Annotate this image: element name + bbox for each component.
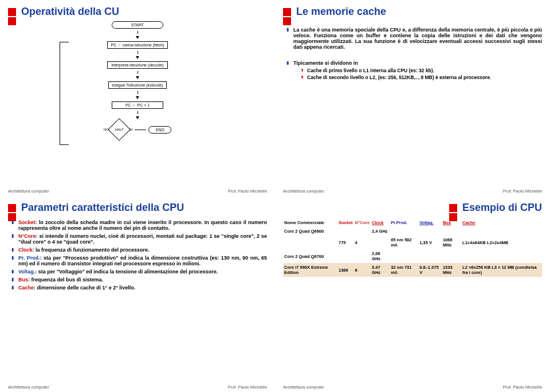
flow-inc: PC ← PC + 1 [112, 101, 163, 109]
th-name: Nome Commerciale [283, 218, 337, 227]
param-prprod: Pr. Prod.: sta per "Processo produttivo"… [11, 255, 267, 266]
flow-execute: esegue l'istruzione (execute) [108, 81, 167, 89]
cpu-table: Nome Commerciale Socket N°Core Clock Pr.… [283, 218, 542, 277]
param-volt: Voltag.: sta per "Voltaggio" ed indica l… [11, 269, 267, 275]
param-cache: Cache: dimensione delle cache di 1° e 2°… [11, 285, 267, 291]
th-bus: Bus [442, 218, 461, 227]
slide-operativita-cu: Operatività della CU START PC ← carica i… [0, 0, 275, 196]
th-cache: Cache [461, 218, 542, 227]
cache-n1: Cache di primo livello o L1 interna alla… [301, 68, 542, 73]
slide-memorie-cache: Le memorie cache La cache è una memoria … [275, 0, 550, 196]
cache-nested: Cache di primo livello o L1 interna alla… [293, 68, 542, 80]
title-bar: Operatività della CU [8, 6, 267, 18]
table-row: Core 2 Quad Q6700 2,66 GHz [283, 249, 542, 263]
th-socket: Socket [337, 218, 354, 227]
footer-right: Prof. Paolo Michelini [228, 385, 267, 390]
slide-parametri-cpu: Parametri caratteristici della CPU Socke… [0, 196, 275, 392]
footer-left: Architettura computer [283, 189, 324, 194]
slide-footer: Architettura computer Prof. Paolo Michel… [8, 189, 267, 194]
cache-n2: Cache di secondo livello o L2, (es: 256,… [301, 75, 542, 80]
param-clock: Clock: la frequenza di funzionamento del… [11, 247, 267, 253]
flowchart: START PC ← carica istruzione (fetch) int… [8, 21, 267, 138]
table-row: Core 2 Quad Q6600 2,4 GHz [283, 227, 542, 236]
slide-esempio-cpu: Esempio di CPU Nome Commerciale Socket N… [275, 196, 550, 392]
flow-start: START [112, 21, 163, 29]
title-bar: Esempio di CPU [283, 202, 542, 214]
slide-title: Le memorie cache [293, 6, 386, 18]
title-bar: Parametri caratteristici della CPU [8, 202, 267, 214]
table-header-row: Nome Commerciale Socket N°Core Clock Pr.… [283, 218, 542, 227]
footer-right: Prof. Paolo Michelini [503, 385, 542, 390]
param-bus: Bus: frequenza del bus di sistema. [11, 277, 267, 283]
footer-left: Architettura computer [283, 385, 324, 390]
th-ncore: N°Core [354, 218, 371, 227]
slide-footer: Architettura computer Prof. Paolo Michel… [283, 189, 542, 194]
th-volt: Voltag. [418, 218, 442, 227]
footer-right: Prof. Paolo Michelini [503, 189, 542, 194]
cache-bullets: La cache è una memoria speciale della CP… [283, 27, 542, 80]
cache-p2: Tipicamente si dividono in Cache di prim… [286, 60, 542, 80]
slide-footer: Architettura computer Prof. Paolo Michel… [283, 385, 542, 390]
flow-end: END [148, 126, 171, 134]
title-bar: Le memorie cache [283, 6, 542, 18]
table-row: 775 4 65 nm 582 mil. 1,35 V 1066 MHz L1=… [283, 236, 542, 249]
slide-footer: Architettura computer Prof. Paolo Michel… [8, 385, 267, 390]
th-clock: Clock [371, 218, 390, 227]
footer-left: Architettura computer [8, 189, 49, 194]
cache-p1: La cache è una memoria speciale della CP… [286, 27, 542, 50]
footer-left: Architettura computer [8, 385, 49, 390]
table-row: Core i7 990X Extreme Edition 1366 6 3.47… [283, 263, 542, 277]
param-ncore: N°Core: si intende il numero nuclei, cio… [11, 233, 267, 245]
slide-title: Operatività della CU [18, 6, 119, 18]
slide-title: Parametri caratteristici della CPU [18, 202, 184, 214]
param-list: Socket: lo zoccolo della scheda madre in… [8, 219, 267, 291]
param-socket: Socket: lo zoccolo della scheda madre in… [11, 219, 267, 231]
flow-decode: interpreta istruzione (decode) [107, 61, 167, 69]
cpu-table-body: Core 2 Quad Q6600 2,4 GHz 775 4 65 nm 58… [283, 227, 542, 277]
footer-right: Prof. Paolo Michelini [228, 189, 267, 194]
th-prprod: Pr.Prod. [390, 218, 418, 227]
slide-title: Esempio di CPU [459, 202, 542, 214]
flow-halt: HALT [108, 118, 131, 141]
flow-fetch: PC ← carica istruzione (fetch) [107, 41, 168, 49]
